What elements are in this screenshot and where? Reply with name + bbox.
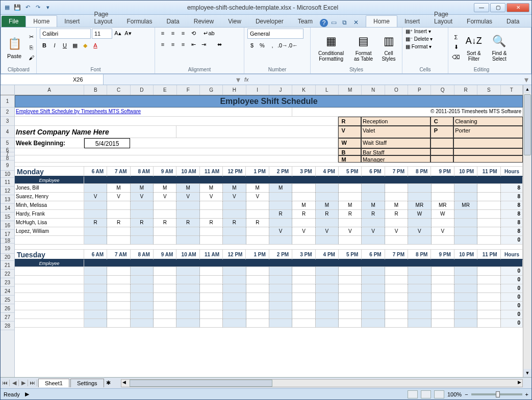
row-header-8[interactable]: 8 <box>1 156 14 161</box>
expand-formula-bar-icon[interactable]: ▾ <box>521 75 531 85</box>
shift-cell[interactable] <box>200 319 223 328</box>
shift-cell[interactable] <box>246 310 269 319</box>
shift-cell[interactable] <box>432 267 454 276</box>
shift-cell[interactable]: M <box>246 184 269 193</box>
shift-cell[interactable] <box>154 284 176 293</box>
cell[interactable]: C <box>430 117 453 126</box>
shift-cell[interactable] <box>246 267 269 276</box>
shift-cell[interactable] <box>408 310 431 319</box>
shift-cell[interactable]: V <box>246 193 269 201</box>
row-header-16[interactable]: 16 <box>1 221 14 230</box>
shift-cell[interactable] <box>292 193 315 201</box>
close-workbook-icon[interactable]: ✕ <box>353 19 362 27</box>
shift-cell[interactable]: V <box>339 227 362 236</box>
shift-cell[interactable] <box>84 284 107 293</box>
zoom-slider-knob[interactable] <box>496 391 500 397</box>
tab-review[interactable]: Review <box>187 16 221 27</box>
shift-cell[interactable]: R <box>223 219 246 227</box>
shift-cell[interactable] <box>292 276 315 284</box>
shift-cell[interactable] <box>339 276 362 284</box>
shift-cell[interactable] <box>454 184 477 193</box>
row-header-9[interactable]: 9 <box>1 161 14 171</box>
hours-total[interactable]: 0 <box>501 236 523 245</box>
shift-cell[interactable]: V <box>107 193 130 201</box>
shift-cell[interactable] <box>131 293 154 302</box>
shift-cell[interactable] <box>477 227 500 236</box>
shift-cell[interactable] <box>200 236 223 245</box>
time-header[interactable]: 5 PM <box>339 250 362 260</box>
shift-cell[interactable]: M <box>200 184 223 193</box>
shift-cell[interactable] <box>477 236 500 245</box>
cell[interactable]: Bar Staff <box>361 148 430 155</box>
employee-name[interactable] <box>15 302 84 310</box>
cell[interactable]: P <box>430 126 453 138</box>
shift-cell[interactable] <box>84 267 107 276</box>
row-header-28[interactable]: 28 <box>1 322 14 330</box>
shift-cell[interactable] <box>154 210 176 219</box>
employee-name[interactable] <box>15 284 84 293</box>
shift-cell[interactable]: V <box>154 193 176 201</box>
hours-header[interactable]: Hours <box>501 167 523 177</box>
shift-cell[interactable] <box>432 236 454 245</box>
shift-cell[interactable] <box>176 310 199 319</box>
merge-center-icon[interactable]: ⬌ <box>209 40 230 49</box>
shift-cell[interactable] <box>385 193 408 201</box>
formula-input[interactable] <box>249 76 521 83</box>
shift-cell[interactable] <box>246 210 269 219</box>
shift-cell[interactable] <box>454 227 477 236</box>
shift-cell[interactable] <box>292 184 315 193</box>
shift-cell[interactable] <box>223 236 246 245</box>
shift-cell[interactable] <box>84 293 107 302</box>
row-header-13[interactable]: 13 <box>1 195 14 204</box>
shift-cell[interactable]: M <box>176 184 199 193</box>
shift-cell[interactable] <box>477 267 500 276</box>
row-header-3[interactable]: 3 <box>1 117 14 126</box>
employee-name[interactable]: McHugh, Lisa <box>15 219 84 227</box>
shift-cell[interactable]: R <box>292 210 315 219</box>
shift-cell[interactable] <box>432 310 454 319</box>
shift-cell[interactable]: R <box>246 219 269 227</box>
shift-cell[interactable] <box>362 236 385 245</box>
time-header[interactable]: 8 PM <box>408 250 431 260</box>
shift-cell[interactable] <box>131 319 154 328</box>
shift-cell[interactable] <box>154 310 176 319</box>
row-header-15[interactable]: 15 <box>1 212 14 221</box>
shift-cell[interactable] <box>362 184 385 193</box>
shift-cell[interactable] <box>84 227 107 236</box>
time-header[interactable]: 7 PM <box>385 167 408 177</box>
employee-column-label[interactable]: Employee <box>15 260 84 267</box>
shift-cell[interactable]: R <box>339 210 362 219</box>
shift-cell[interactable]: M <box>107 184 130 193</box>
shift-cell[interactable] <box>131 276 154 284</box>
row-header-12[interactable]: 12 <box>1 186 14 195</box>
zoom-slider[interactable] <box>471 393 522 395</box>
column-header-D[interactable]: D <box>131 85 154 95</box>
time-header[interactable]: 2 PM <box>269 167 292 177</box>
border-button[interactable]: ▦ <box>70 41 80 50</box>
time-header[interactable]: 8 AM <box>131 167 154 177</box>
shift-cell[interactable] <box>385 276 408 284</box>
shift-cell[interactable] <box>339 284 362 293</box>
cell[interactable] <box>15 245 523 250</box>
hours-total[interactable]: 8 <box>501 184 523 193</box>
shift-cell[interactable]: W <box>432 210 454 219</box>
shift-cell[interactable]: R <box>200 219 223 227</box>
column-header-B[interactable]: B <box>84 85 107 95</box>
shift-cell[interactable] <box>432 302 454 310</box>
shift-cell[interactable] <box>107 210 130 219</box>
shift-cell[interactable] <box>292 302 315 310</box>
shift-cell[interactable]: V <box>292 227 315 236</box>
cell[interactable]: M <box>338 155 361 163</box>
format-painter-icon[interactable]: 🖌 <box>27 53 36 62</box>
shift-cell[interactable] <box>269 284 292 293</box>
shift-cell[interactable] <box>454 210 477 219</box>
shift-cell[interactable] <box>292 284 315 293</box>
cell[interactable]: Reception <box>361 117 430 126</box>
cell[interactable] <box>453 155 523 163</box>
shift-cell[interactable] <box>385 267 408 276</box>
tab-developer[interactable]: Developer <box>248 16 291 27</box>
shift-cell[interactable] <box>269 293 292 302</box>
shift-cell[interactable] <box>477 293 500 302</box>
row-header-23[interactable]: 23 <box>1 278 14 287</box>
shift-cell[interactable] <box>292 219 315 227</box>
